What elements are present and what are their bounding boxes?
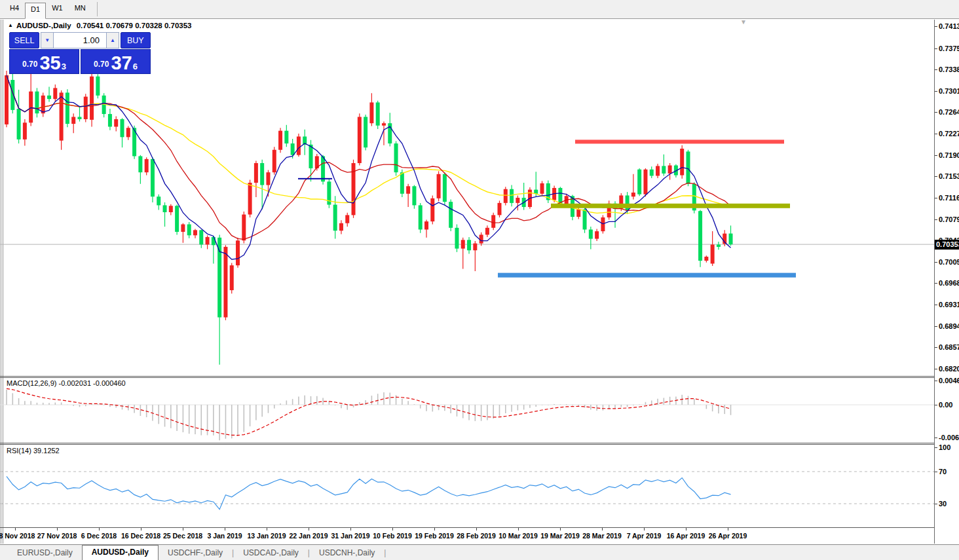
chart-title: ▲AUDUSD-,Daily0.70541 0.70679 0.70328 0.…	[8, 22, 192, 29]
candle-body	[449, 202, 453, 228]
candle-body	[601, 217, 605, 231]
candle-body	[181, 225, 185, 232]
candle-body	[187, 225, 191, 236]
candle-body	[595, 231, 599, 238]
price-chart-canvas[interactable]	[0, 0, 959, 560]
candle-body	[369, 102, 373, 123]
trendline-segment-navy[interactable]	[298, 178, 332, 179]
candle-body	[212, 237, 216, 245]
candle-body	[711, 244, 715, 263]
candle-body	[29, 92, 33, 123]
volume-decrease-button[interactable]: ▼	[41, 32, 54, 48]
candle-body	[108, 114, 112, 126]
candle-body	[430, 198, 434, 221]
candle-body	[151, 159, 155, 196]
candle-body	[114, 119, 118, 126]
buy-button[interactable]: BUY	[121, 32, 151, 48]
ma-slow-line	[7, 75, 731, 214]
candle-body	[473, 244, 477, 251]
candle-body	[169, 206, 173, 212]
candle-body	[339, 223, 343, 231]
candle-body	[260, 163, 264, 185]
candle-body	[175, 206, 179, 232]
candle-body	[412, 186, 416, 205]
candle-body	[291, 143, 295, 155]
candle-body	[157, 196, 160, 205]
symbol-period-label: AUDUSD-,Daily	[16, 22, 71, 29]
candle-body	[345, 215, 349, 223]
macd-signal-line	[7, 388, 731, 435]
candle-body	[668, 166, 672, 174]
buy-price-sup: 6	[133, 62, 138, 71]
buy-price-panel[interactable]: 0.70376	[81, 49, 151, 74]
candle-body	[273, 150, 276, 172]
candle-body	[145, 159, 149, 172]
candle-body	[583, 210, 587, 230]
candle-body	[248, 183, 252, 215]
candle-body	[193, 230, 197, 235]
candle-body	[47, 96, 51, 99]
sell-button[interactable]: SELL	[9, 32, 39, 48]
candle-body	[266, 172, 270, 185]
ma-fast-line	[7, 75, 731, 259]
one-click-trading-panel: SELL ▼ ▲ BUY 0.70353 0.70376	[9, 32, 151, 74]
candle-body	[163, 205, 167, 212]
candle-body	[443, 174, 447, 202]
candle-body	[497, 203, 501, 215]
sell-price-panel[interactable]: 0.70353	[9, 49, 79, 74]
candle-body	[686, 151, 690, 183]
volume-input[interactable]	[54, 32, 106, 48]
candle-body	[284, 131, 288, 143]
candle-body	[729, 234, 733, 245]
candle-body	[297, 136, 301, 155]
rsi-line	[7, 476, 731, 509]
trendline-resistance-red[interactable]	[575, 140, 784, 143]
candle-body	[66, 92, 69, 124]
scroll-to-end-marker-icon[interactable]: ▼	[740, 18, 747, 26]
candle-body	[84, 97, 88, 119]
candle-body	[376, 102, 380, 125]
candle-body	[242, 215, 246, 241]
candle-body	[254, 163, 258, 183]
candle-body	[643, 170, 647, 195]
candle-body	[35, 92, 39, 114]
candle-body	[717, 244, 721, 247]
collapse-triangle-icon[interactable]: ▲	[8, 22, 13, 28]
candle-body	[626, 195, 630, 210]
candle-body	[419, 205, 423, 229]
candle-body	[364, 117, 367, 147]
candle-body	[656, 166, 660, 176]
candle-body	[437, 174, 441, 198]
candle-body	[382, 123, 386, 126]
trendline-pivot-olive[interactable]	[551, 204, 790, 208]
candle-body	[631, 193, 635, 196]
candle-body	[223, 247, 227, 318]
candle-body	[637, 170, 641, 195]
trendline-support-blue[interactable]	[498, 273, 796, 278]
candle-body	[358, 117, 362, 163]
candle-body	[589, 229, 593, 238]
candle-body	[394, 143, 398, 172]
candle-body	[138, 156, 142, 172]
candle-body	[516, 198, 519, 203]
buy-price-big: 37	[111, 54, 132, 71]
candle-body	[467, 240, 471, 250]
candle-body	[680, 149, 684, 176]
candle-body	[77, 117, 81, 119]
candle-body	[455, 228, 459, 249]
candle-body	[698, 211, 702, 261]
ohlc-values: 0.70541 0.70679 0.70328 0.70353	[77, 22, 192, 29]
candle-body	[461, 240, 465, 248]
candle-body	[90, 77, 94, 120]
candle-body	[333, 205, 337, 231]
candle-body	[5, 75, 9, 124]
candle-body	[126, 128, 130, 137]
candle-body	[576, 210, 580, 217]
rsi-value: 39.1252	[33, 447, 60, 455]
sell-price-sup: 3	[62, 62, 66, 71]
candle-body	[206, 237, 210, 244]
candle-body	[485, 228, 489, 235]
candle-body	[217, 238, 221, 318]
candle-body	[662, 166, 666, 173]
volume-increase-button[interactable]: ▲	[106, 32, 119, 48]
